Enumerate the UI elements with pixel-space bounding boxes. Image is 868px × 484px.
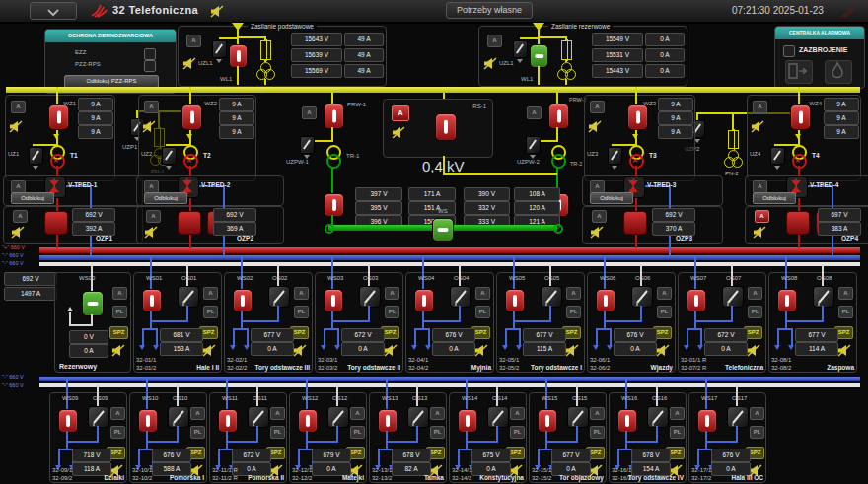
uz-disconnector[interactable] — [162, 147, 177, 165]
prw2-breaker[interactable] — [548, 104, 569, 129]
ozp-auto-button[interactable]: A — [592, 210, 607, 223]
ozp-auto-button[interactable]: A — [13, 210, 28, 223]
pl-button[interactable]: PL — [657, 306, 672, 318]
feeder-disconnector[interactable] — [450, 286, 471, 308]
feeder-breaker[interactable] — [378, 409, 398, 433]
auto-button[interactable]: A — [144, 101, 159, 113]
uz-disconnector[interactable] — [608, 147, 622, 165]
feeder-disconnector[interactable] — [268, 286, 290, 308]
auto-button[interactable]: A — [753, 101, 767, 113]
auto-button[interactable]: A — [510, 407, 525, 420]
feeder-breaker[interactable] — [233, 289, 253, 312]
feeder-disconnector[interactable] — [327, 406, 349, 428]
feeder-disconnector[interactable] — [168, 406, 189, 428]
feeder-disconnector[interactable] — [248, 406, 269, 428]
auto-button[interactable]: A — [487, 35, 502, 47]
auto-button[interactable]: A — [385, 287, 399, 300]
mv-breaker[interactable] — [48, 104, 69, 130]
feeder-breaker[interactable] — [538, 409, 557, 433]
ozp-auto-button[interactable]: A — [755, 210, 769, 223]
zazbrojenie-checkbox[interactable] — [783, 45, 795, 57]
mv-breaker[interactable] — [627, 104, 648, 130]
auto-button[interactable]: A — [475, 287, 490, 300]
auto-button[interactable]: A — [270, 407, 285, 420]
auto-button[interactable]: A — [110, 407, 125, 420]
feeder-breaker[interactable] — [697, 409, 717, 433]
feeder-breaker[interactable] — [58, 409, 78, 433]
ezz-checkbox[interactable] — [144, 48, 156, 60]
pl-button[interactable]: PL — [190, 426, 205, 439]
supply-breaker[interactable] — [530, 44, 548, 68]
unlock-button[interactable]: Odblokuj — [590, 192, 633, 204]
feeder-disconnector[interactable] — [407, 406, 429, 428]
fire-icon[interactable] — [825, 60, 852, 84]
nav-dropdown-button[interactable] — [30, 2, 77, 20]
pl-button[interactable]: PL — [430, 426, 445, 439]
auto-button[interactable]: A — [112, 287, 127, 300]
feeder-breaker[interactable] — [505, 289, 525, 312]
auto-button[interactable]: A — [294, 287, 309, 300]
dc-breaker[interactable] — [623, 211, 647, 235]
feeder-breaker[interactable] — [617, 409, 637, 433]
pl-button[interactable]: PL — [350, 426, 365, 439]
feeder-disconnector[interactable] — [813, 286, 834, 308]
pl-button[interactable]: PL — [385, 306, 399, 318]
feeder-disconnector[interactable] — [631, 286, 653, 308]
feeder-breaker[interactable] — [138, 409, 158, 433]
dc-breaker[interactable] — [44, 211, 68, 235]
pl-button[interactable]: PL — [203, 306, 218, 318]
feeder-disconnector[interactable] — [727, 406, 749, 428]
spz-button[interactable]: SPZ — [109, 326, 128, 339]
mv-breaker[interactable] — [181, 104, 202, 130]
feeder-disconnector[interactable] — [178, 286, 199, 308]
feeder-disconnector[interactable] — [487, 406, 509, 428]
feeder-breaker[interactable] — [218, 409, 238, 433]
supply-breaker[interactable] — [229, 44, 248, 68]
pl-button[interactable]: PL — [590, 426, 605, 439]
lv-incomer-breaker-1[interactable] — [324, 193, 344, 217]
auto-button[interactable]: A — [430, 407, 445, 420]
unlock-button[interactable]: Odblokuj — [753, 192, 796, 204]
pl-button[interactable]: PL — [294, 306, 309, 318]
auto-button[interactable]: A — [186, 35, 201, 47]
auto-button[interactable]: A — [350, 407, 365, 420]
auto-button[interactable]: A — [657, 287, 672, 300]
feeder-disconnector[interactable] — [647, 406, 669, 428]
auto-button[interactable]: A — [566, 287, 581, 300]
feeder-breaker[interactable] — [298, 409, 318, 433]
prw1-breaker[interactable] — [324, 104, 344, 129]
feeder-disconnector[interactable] — [359, 286, 381, 308]
unlock-button[interactable]: Odblokuj — [11, 192, 54, 204]
auto-button[interactable]: A — [302, 106, 317, 119]
pl-button[interactable]: PL — [475, 306, 490, 318]
feeder-disconnector[interactable] — [541, 286, 562, 308]
auto-button[interactable]: A — [590, 407, 605, 420]
dc-breaker[interactable] — [786, 211, 810, 235]
pl-button[interactable]: PL — [510, 426, 525, 439]
auto-button[interactable]: A — [203, 287, 218, 300]
unlock-button[interactable]: Odblokuj — [144, 192, 187, 204]
ozp-auto-button[interactable]: A — [146, 210, 161, 223]
reserve-breaker[interactable] — [82, 291, 104, 316]
feeder-disconnector[interactable] — [567, 406, 589, 428]
feeder-breaker[interactable] — [687, 289, 706, 312]
feeder-breaker[interactable] — [414, 289, 434, 312]
pzz-rps-checkbox[interactable] — [144, 60, 156, 72]
dc-breaker[interactable] — [178, 211, 201, 235]
feeder-breaker[interactable] — [458, 409, 477, 433]
auto-button[interactable]: A — [748, 287, 762, 300]
feeder-breaker[interactable] — [596, 289, 615, 312]
feeder-breaker[interactable] — [777, 289, 797, 312]
feeder-breaker[interactable] — [324, 289, 343, 312]
uz-disconnector[interactable] — [770, 147, 785, 165]
uzpw2-disconnector[interactable] — [526, 136, 541, 154]
auto-button[interactable]: A — [750, 407, 764, 420]
auto-button[interactable]: A — [590, 101, 605, 113]
auto-button[interactable]: A — [670, 407, 685, 420]
pl-button[interactable]: PL — [110, 426, 125, 439]
pl-button[interactable]: PL — [270, 426, 285, 439]
auto-button[interactable]: A — [838, 287, 853, 300]
rs1-breaker[interactable] — [435, 113, 457, 141]
ws-coupler-breaker[interactable] — [432, 218, 454, 242]
pl-button[interactable]: PL — [838, 306, 853, 318]
